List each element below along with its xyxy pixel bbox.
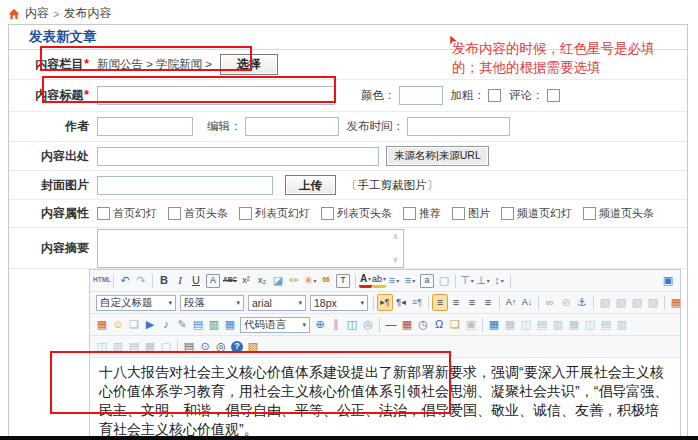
title-color-input[interactable] bbox=[399, 86, 443, 105]
attr-checkbox[interactable] bbox=[452, 207, 465, 220]
publish-time-input[interactable] bbox=[407, 117, 510, 136]
html-source-icon[interactable]: HTML bbox=[94, 272, 110, 289]
editor-content[interactable]: 十八大报告对社会主义核心价值体系建设提出了新部署新要求，强调“要深入开展社会主义… bbox=[90, 358, 680, 440]
summary-textarea[interactable]: ∧∨ bbox=[97, 229, 404, 268]
ltr-icon[interactable]: ▸¶ bbox=[377, 294, 393, 311]
decrease-font-icon[interactable]: A↓ bbox=[519, 294, 535, 311]
item-frame-icon[interactable]: a bbox=[420, 274, 434, 288]
fullscreen-icon[interactable]: ▣ bbox=[660, 272, 676, 289]
superscript-icon[interactable]: x² bbox=[238, 272, 254, 289]
table-prop-icon[interactable]: ▦ bbox=[502, 316, 518, 333]
hr-icon[interactable]: — bbox=[383, 316, 399, 333]
attr-option[interactable]: 首页幻灯 bbox=[97, 206, 157, 221]
music-icon[interactable]: ♪ bbox=[158, 316, 174, 333]
col-props-icon[interactable]: ▤ bbox=[126, 338, 142, 355]
img-float-left-icon[interactable]: ▧ bbox=[597, 294, 613, 311]
cover-input[interactable] bbox=[97, 176, 273, 195]
code-language-select[interactable]: 代码语言▾ bbox=[240, 317, 310, 333]
textarea-scrollbar[interactable]: ∧∨ bbox=[389, 231, 402, 266]
attr-checkbox[interactable] bbox=[97, 207, 110, 220]
undo-icon[interactable]: ↶ bbox=[117, 272, 133, 289]
unordered-list-icon[interactable]: ≡▾ bbox=[402, 272, 418, 289]
find-icon[interactable]: ◎ bbox=[213, 338, 229, 355]
increase-font-icon[interactable]: A↑ bbox=[503, 294, 519, 311]
eraser-icon[interactable]: ◪ bbox=[270, 272, 286, 289]
anchor-icon[interactable]: ⚓ bbox=[574, 294, 590, 311]
scroll-up-icon[interactable]: ∧ bbox=[393, 233, 399, 241]
rtl-icon[interactable]: ¶◂ bbox=[393, 294, 409, 311]
choose-category-button[interactable]: 选择 bbox=[220, 54, 278, 75]
attr-option[interactable]: 列表页头条 bbox=[321, 206, 392, 221]
highlight-color-icon[interactable]: ab▾ bbox=[372, 273, 386, 288]
network-icon[interactable]: ⊕ bbox=[312, 316, 328, 333]
line-height-icon[interactable]: ↕▾ bbox=[491, 272, 507, 289]
row-props-icon[interactable]: ▥ bbox=[110, 338, 126, 355]
font-family-select[interactable]: arial▾ bbox=[248, 295, 306, 311]
img-inline-icon[interactable]: ▨ bbox=[645, 294, 661, 311]
upload-button[interactable]: 上传 bbox=[285, 175, 336, 195]
emoticon-icon[interactable]: ☺ bbox=[110, 316, 126, 333]
split-cell-icon[interactable]: ◫ bbox=[582, 316, 598, 333]
format-brush-icon[interactable]: ✏ bbox=[286, 272, 302, 289]
unlink-icon[interactable]: ⊘ bbox=[558, 294, 574, 311]
align-center-icon[interactable]: ≡ bbox=[448, 294, 464, 311]
insert-row-icon[interactable]: ▤ bbox=[534, 316, 550, 333]
new-doc-icon[interactable]: ▢ bbox=[436, 272, 452, 289]
subscript-icon[interactable]: x₂ bbox=[254, 272, 270, 289]
attr-option[interactable]: 频道页头条 bbox=[583, 206, 654, 221]
attr-checkbox[interactable] bbox=[583, 207, 596, 220]
attr-checkbox[interactable] bbox=[168, 207, 181, 220]
attr-option[interactable]: 列表页幻灯 bbox=[239, 206, 310, 221]
note-icon[interactable]: ▣ bbox=[463, 316, 479, 333]
help-icon[interactable]: ? bbox=[231, 341, 243, 353]
breadcrumb-item-content[interactable]: 内容 bbox=[25, 5, 49, 22]
source-name-url-button[interactable]: 来源名称|来源URL bbox=[386, 146, 489, 166]
ordered-list-icon[interactable]: ≡▾ bbox=[386, 272, 402, 289]
clock-icon[interactable]: ◷ bbox=[415, 316, 431, 333]
editor-input[interactable] bbox=[245, 117, 339, 136]
special-char-icon[interactable]: Ω bbox=[431, 316, 447, 333]
merge-cells-icon[interactable]: ▦ bbox=[566, 316, 582, 333]
attachment-icon[interactable]: ✎ bbox=[174, 316, 190, 333]
attr-checkbox[interactable] bbox=[239, 207, 252, 220]
preview-icon[interactable]: ⊙ bbox=[197, 338, 213, 355]
image-icon[interactable]: ▦ bbox=[94, 316, 110, 333]
layout-icon[interactable]: ◫ bbox=[344, 316, 360, 333]
source-input[interactable] bbox=[97, 147, 379, 166]
img-float-right-icon[interactable]: ▧ bbox=[629, 294, 645, 311]
underline-icon[interactable]: U bbox=[188, 272, 204, 289]
table-outline-icon[interactable]: ◫ bbox=[94, 338, 110, 355]
insert-table-icon[interactable]: ▦ bbox=[486, 316, 502, 333]
attr-option[interactable]: 推荐 bbox=[403, 206, 441, 221]
link-icon[interactable]: ∞ bbox=[542, 294, 558, 311]
attr-option[interactable]: 图片 bbox=[452, 206, 490, 221]
italic-icon[interactable]: I bbox=[172, 272, 188, 289]
insert-image-icon[interactable]: ▦ bbox=[668, 294, 684, 311]
font-color-icon[interactable]: A▾ bbox=[359, 273, 372, 288]
insert-col-icon[interactable]: ▥ bbox=[550, 316, 566, 333]
embed-media-icon[interactable]: ▦ bbox=[222, 316, 238, 333]
calendar-icon[interactable]: ▦ bbox=[399, 316, 415, 333]
font-size-select[interactable]: 18px▾ bbox=[310, 295, 368, 311]
home-icon[interactable] bbox=[8, 8, 25, 20]
align-bottom-icon[interactable]: ⊥▾ bbox=[475, 272, 491, 289]
comment-icon[interactable]: ❏ bbox=[447, 316, 463, 333]
clear-doc-icon[interactable]: ▢ bbox=[158, 338, 174, 355]
speech-bubble-icon[interactable]: ❏ bbox=[126, 316, 142, 333]
strikethrough-icon[interactable]: ABC bbox=[222, 272, 238, 289]
attr-option[interactable]: 首页头条 bbox=[168, 206, 228, 221]
paste-icon[interactable]: ▧ bbox=[245, 338, 261, 355]
paragraph-format-icon[interactable]: ≡¶ bbox=[409, 294, 425, 311]
align-justify-icon[interactable]: ≡ bbox=[480, 294, 496, 311]
scroll-down-icon[interactable]: ∨ bbox=[393, 256, 399, 264]
bold-checkbox[interactable] bbox=[488, 89, 501, 102]
heading-style-select[interactable]: 自定义标题▾ bbox=[96, 295, 176, 311]
delete-col-icon[interactable]: ▥ bbox=[614, 316, 630, 333]
attr-checkbox[interactable] bbox=[403, 207, 416, 220]
grid-icon[interactable]: ▦ bbox=[142, 338, 158, 355]
align-top-icon[interactable]: ⊤▾ bbox=[459, 272, 475, 289]
align-left-icon[interactable]: ≡ bbox=[432, 294, 448, 311]
cell-prop-icon[interactable]: ◫ bbox=[518, 316, 534, 333]
comment-checkbox[interactable] bbox=[547, 89, 560, 102]
pagebreak-icon[interactable]: ∥ bbox=[328, 316, 344, 333]
